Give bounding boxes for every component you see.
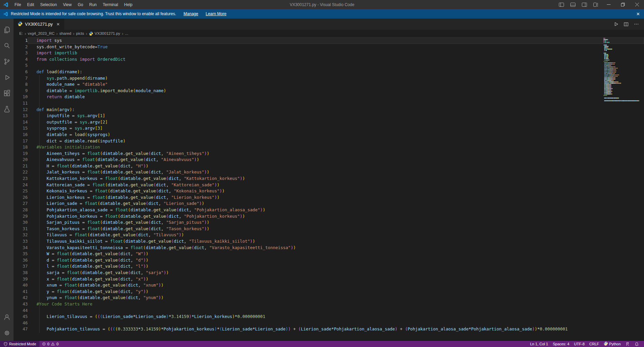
line-number[interactable]: 21 — [14, 163, 28, 169]
line-number[interactable]: 5 — [14, 62, 28, 69]
line-number[interactable]: 42 — [14, 295, 28, 301]
accounts-icon[interactable] — [0, 309, 14, 325]
breadcrumb-segment--[interactable]: ... — [125, 31, 128, 35]
menu-run[interactable]: Run — [86, 0, 100, 9]
menu-view[interactable]: View — [60, 0, 75, 9]
line-number[interactable]: 30 — [14, 219, 28, 226]
line-number[interactable]: 12 — [14, 107, 28, 113]
problems-status[interactable]: 0 0 — [40, 341, 61, 347]
breadcrumb-segment-shared[interactable]: shared — [59, 31, 71, 35]
language-mode[interactable]: Python — [601, 341, 623, 347]
settings-gear-icon[interactable] — [0, 325, 14, 341]
minimap[interactable] — [603, 38, 641, 102]
line-number[interactable]: 33 — [14, 238, 28, 245]
line-number[interactable]: 29 — [14, 213, 28, 220]
search-icon[interactable] — [0, 38, 14, 54]
menu-help[interactable]: Help — [121, 0, 136, 9]
line-number[interactable]: 1 — [14, 37, 28, 44]
line-number[interactable]: 38 — [14, 270, 28, 276]
code-line-content: sysprogs = sys.argv[3] — [28, 125, 644, 132]
line-number[interactable]: 3 — [14, 50, 28, 56]
line-number[interactable]: 24 — [14, 182, 28, 188]
line-number[interactable]: 39 — [14, 276, 28, 283]
more-actions-icon[interactable] — [632, 20, 641, 29]
line-number[interactable]: 32 — [14, 232, 28, 238]
feedback-icon[interactable] — [623, 341, 632, 347]
minimap-line — [603, 45, 641, 46]
line-number[interactable]: 28 — [14, 207, 28, 213]
line-number[interactable]: 18 — [14, 144, 28, 151]
menu-go[interactable]: Go — [75, 0, 86, 9]
line-number[interactable]: 7 — [14, 75, 28, 82]
manage-link[interactable]: Manage — [184, 11, 198, 16]
explorer-icon[interactable] — [0, 22, 14, 38]
tab-vx3001271[interactable]: VX3001271.py ✕ — [14, 19, 64, 30]
line-number[interactable]: 35 — [14, 251, 28, 257]
minimap-line — [603, 55, 641, 56]
split-editor-icon[interactable] — [622, 20, 630, 29]
line-number[interactable]: 11 — [14, 100, 28, 107]
line-number[interactable]: 47 — [14, 326, 28, 332]
breadcrumb-segment-vx3001271-py[interactable]: VX3001271.py — [89, 31, 120, 36]
line-number[interactable]: 31 — [14, 226, 28, 232]
cursor-position[interactable]: Ln 1, Col 1 — [528, 341, 550, 347]
menu-edit[interactable]: Edit — [24, 0, 37, 9]
line-number[interactable]: 13 — [14, 113, 28, 119]
line-number[interactable]: 15 — [14, 125, 28, 132]
line-number[interactable]: 46 — [14, 320, 28, 326]
line-number[interactable]: 20 — [14, 157, 28, 163]
toggle-primary-sidebar-icon[interactable] — [556, 0, 567, 9]
line-number[interactable]: 17 — [14, 138, 28, 144]
line-number[interactable]: 19 — [14, 151, 28, 157]
indentation-status[interactable]: Spaces: 4 — [550, 341, 572, 347]
code-editor[interactable]: 1import sys2sys.dont_write_bytecode=True… — [14, 37, 644, 341]
line-number[interactable]: 23 — [14, 176, 28, 182]
breadcrumb-segment-picts[interactable]: picts — [76, 31, 84, 35]
run-python-file-icon[interactable] — [612, 20, 620, 29]
testing-icon[interactable] — [0, 101, 14, 117]
menu-file[interactable]: File — [11, 0, 24, 9]
customize-layout-icon[interactable] — [590, 0, 601, 9]
line-number[interactable]: 10 — [14, 94, 28, 100]
close-window-button[interactable] — [630, 0, 644, 9]
banner-close-icon[interactable]: ✕ — [636, 11, 640, 17]
minimize-button[interactable] — [601, 0, 616, 9]
toggle-secondary-sidebar-icon[interactable] — [578, 0, 590, 9]
line-number[interactable]: 36 — [14, 257, 28, 264]
eol-status[interactable]: CRLF — [587, 341, 601, 347]
line-number[interactable]: 27 — [14, 201, 28, 207]
line-number[interactable]: 16 — [14, 132, 28, 138]
tab-close-icon[interactable]: ✕ — [56, 22, 60, 27]
restore-button[interactable] — [616, 0, 630, 9]
run-and-debug-icon[interactable] — [0, 70, 14, 85]
restricted-mode-status[interactable]: Restricted Mode — [0, 341, 40, 347]
code-line-content: Jalat_korkeus = float(dimtable.get_value… — [28, 169, 644, 176]
extensions-icon[interactable] — [0, 85, 14, 101]
source-control-icon[interactable] — [0, 54, 14, 70]
line-number[interactable]: 8 — [14, 81, 28, 88]
line-number[interactable]: 25 — [14, 188, 28, 194]
menu-selection[interactable]: Selection — [37, 0, 60, 9]
line-number[interactable]: 26 — [14, 194, 28, 201]
breadcrumb-segment-e-[interactable]: E: — [19, 31, 23, 35]
line-number[interactable]: 37 — [14, 263, 28, 270]
line-number[interactable]: 14 — [14, 119, 28, 126]
toggle-panel-icon[interactable] — [567, 0, 578, 9]
line-number[interactable]: 45 — [14, 314, 28, 320]
line-number[interactable]: 41 — [14, 289, 28, 295]
line-number[interactable]: 22 — [14, 169, 28, 176]
line-number[interactable]: 44 — [14, 308, 28, 314]
line-number[interactable]: 4 — [14, 56, 28, 63]
line-number[interactable]: 9 — [14, 88, 28, 94]
breadcrumb-segment-vxg4-2023-rc[interactable]: vxg4_2023_RC — [28, 31, 54, 35]
line-number[interactable]: 6 — [14, 69, 28, 75]
line-number[interactable]: 2 — [14, 44, 28, 50]
menu-terminal[interactable]: Terminal — [100, 0, 121, 9]
learn-more-link[interactable]: Learn More — [206, 11, 226, 16]
encoding-status[interactable]: UTF-8 — [572, 341, 587, 347]
notifications-bell-icon[interactable] — [632, 341, 641, 347]
line-number[interactable]: 34 — [14, 245, 28, 251]
minimap-line — [603, 47, 641, 48]
line-number[interactable]: 40 — [14, 282, 28, 289]
line-number[interactable]: 43 — [14, 301, 28, 308]
